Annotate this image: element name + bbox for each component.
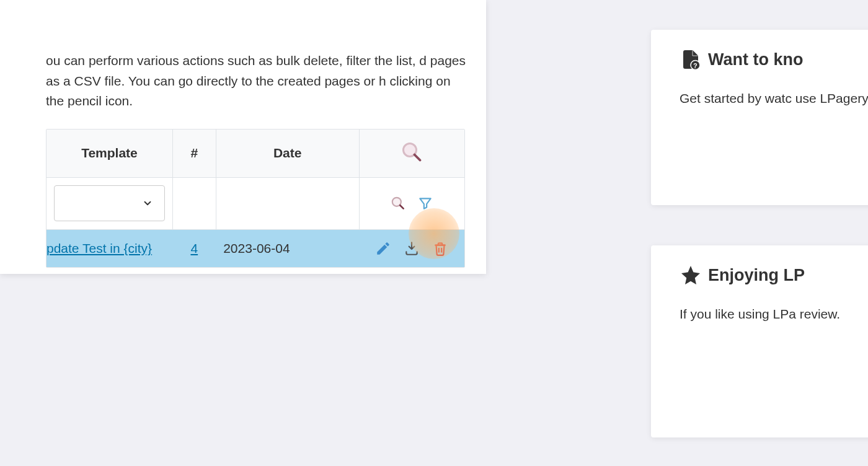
- card-review-title-text: Enjoying LP: [708, 266, 805, 285]
- filter-actions-cell: [359, 177, 464, 229]
- download-icon[interactable]: [404, 240, 420, 257]
- card-review-title: Enjoying LP: [680, 264, 868, 286]
- filter-row: [46, 177, 464, 229]
- cell-count: 4: [172, 229, 216, 267]
- svg-text:?: ?: [693, 62, 697, 69]
- template-link[interactable]: pdate Test in {city}: [46, 241, 152, 255]
- table-row[interactable]: pdate Test in {city} 4 2023-06-04: [46, 229, 464, 267]
- svg-line-3: [401, 205, 404, 208]
- header-template[interactable]: Template: [46, 130, 172, 178]
- star-icon: [680, 264, 702, 286]
- card-docs-text: Get started by watc use LPagery.: [680, 88, 868, 109]
- file-help-icon: ?: [680, 48, 702, 71]
- history-table: Template # Date: [46, 129, 465, 268]
- cell-date: 2023-06-04: [216, 229, 359, 267]
- count-link[interactable]: 4: [190, 241, 198, 255]
- sidebar-card-docs: ? Want to kno Get started by watc use LP…: [651, 30, 868, 205]
- description-text: ou can perform various actions such as b…: [46, 51, 467, 112]
- filter-template-cell: [46, 177, 172, 229]
- chevron-down-icon: [142, 198, 153, 209]
- filter-hash-cell: [172, 177, 216, 229]
- card-docs-title: ? Want to kno: [680, 48, 868, 71]
- header-actions: [359, 130, 464, 178]
- template-select[interactable]: [54, 185, 165, 221]
- card-docs-title-text: Want to kno: [708, 50, 803, 69]
- sidebar-card-review: Enjoying LP If you like using LPa review…: [651, 245, 868, 437]
- pencil-icon[interactable]: [375, 240, 391, 257]
- card-review-text: If you like using LPa review.: [680, 304, 868, 325]
- header-hash[interactable]: #: [172, 130, 216, 178]
- cell-template: pdate Test in {city}: [46, 229, 172, 267]
- filter-date-cell: [216, 177, 359, 229]
- header-date[interactable]: Date: [216, 130, 359, 178]
- trash-icon[interactable]: [432, 240, 448, 257]
- search-icon[interactable]: [390, 195, 406, 211]
- main-panel: ou can perform various actions such as b…: [0, 0, 486, 274]
- svg-line-1: [415, 154, 420, 160]
- cell-actions: [359, 229, 464, 267]
- filter-icon[interactable]: [417, 195, 433, 211]
- magnifier-icon: [401, 141, 423, 163]
